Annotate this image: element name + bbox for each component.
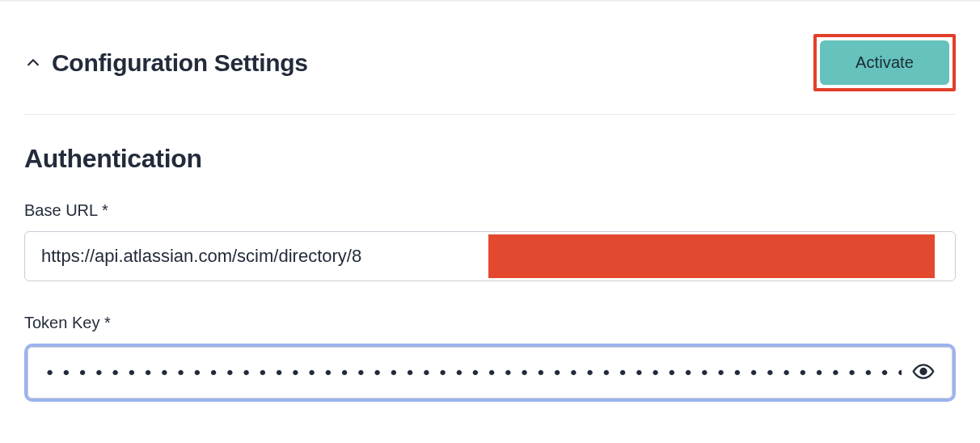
base-url-label: Base URL * [24, 201, 956, 220]
reveal-password-button[interactable] [907, 356, 940, 390]
page-title: Configuration Settings [52, 49, 308, 77]
redaction-overlay [488, 234, 935, 278]
svg-point-0 [921, 369, 927, 374]
eye-icon [912, 361, 935, 386]
collapse-toggle[interactable]: Configuration Settings [24, 49, 308, 77]
authentication-heading: Authentication [24, 144, 956, 174]
config-header: Configuration Settings Activate [24, 2, 956, 115]
base-url-field-wrap [24, 231, 956, 281]
token-key-label: Token Key * [24, 314, 956, 332]
activate-highlight: Activate [813, 34, 956, 91]
token-key-field-wrap [24, 344, 956, 402]
token-key-input[interactable] [27, 347, 953, 399]
chevron-up-icon [24, 54, 42, 72]
activate-button[interactable]: Activate [820, 40, 949, 85]
